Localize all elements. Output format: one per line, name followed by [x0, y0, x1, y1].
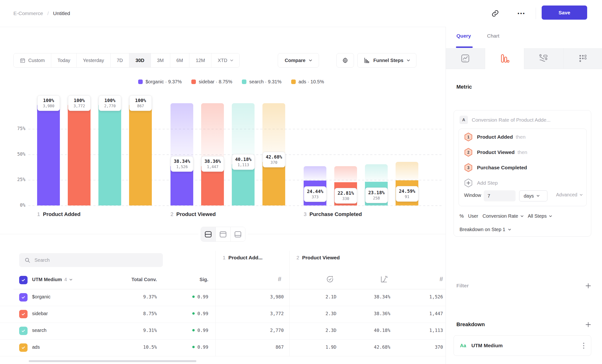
search-input[interactable]	[19, 253, 163, 267]
svg-text:1: 1	[467, 135, 470, 139]
row-step2-conversion: 38.36%	[350, 311, 390, 316]
measure-scope-dropdown[interactable]: All Steps	[528, 213, 552, 219]
bar-value-label: 100%2,770	[99, 95, 121, 111]
count-column-icon[interactable]: #	[429, 275, 443, 283]
row-step2-count: 370	[405, 344, 443, 350]
step-axis-label-3: 3Purchase Completed	[304, 211, 362, 217]
breadcrumb-section[interactable]: E-Commerce	[13, 11, 43, 16]
sig-dot-icon	[192, 346, 195, 348]
chart-kind-flow-tab[interactable]	[524, 48, 563, 69]
metric-title-row[interactable]: A Conversion Rate of Product Adde...	[460, 116, 584, 124]
row-checkbox[interactable]	[19, 343, 28, 352]
measure-entity[interactable]: User	[468, 213, 478, 219]
row-step1-count: 867	[242, 344, 284, 350]
total-conv-column-header[interactable]: Total Conv.	[109, 277, 157, 282]
row-step2-count: 1,447	[405, 311, 443, 316]
layout-table-only-button[interactable]	[230, 227, 245, 241]
table-row-ads[interactable]: ads 10.5% 0.99 867 1.9D 42.68% 370	[0, 339, 446, 356]
row-checkbox[interactable]	[19, 327, 28, 335]
chart-kind-funnel-tab[interactable]	[485, 48, 524, 69]
funnel-bar-organic-step1[interactable]	[37, 103, 60, 205]
bar-value-label: 42.68%370	[263, 152, 285, 167]
link-icon	[491, 10, 499, 17]
plus-icon	[585, 283, 591, 289]
measure-prefix: %	[460, 213, 464, 219]
bar-value-label: 40.18%1,113	[232, 154, 255, 170]
funnel-bar-ads-step2[interactable]	[262, 162, 285, 205]
bar-value-label: 24.44%373	[304, 186, 326, 202]
query-step-3[interactable]: 3 Purchase Completed	[464, 161, 527, 174]
metric-title: Conversion Rate of Product Adde...	[472, 117, 550, 123]
row-step2-avg-time: 2.3D	[301, 328, 336, 333]
breadcrumb-separator: /	[47, 11, 49, 16]
report-canvas: CustomTodayYesterday7D30D3M6M12MXTD Comp…	[0, 27, 446, 364]
bar-value-label: 23.18%258	[365, 188, 388, 203]
chart-kind-tabs	[446, 48, 602, 69]
window-value-input[interactable]: 7	[484, 190, 516, 201]
sig-column-header[interactable]: Sig.	[184, 277, 208, 282]
kebab-menu-icon[interactable]	[582, 341, 586, 350]
breadcrumb-page-title[interactable]: Untitled	[53, 11, 70, 16]
funnel-bar-search-step2[interactable]	[232, 164, 255, 205]
funnel-bar-organic-step2[interactable]	[171, 166, 193, 205]
breakdown-column-header[interactable]: UTM Medium 4	[32, 277, 72, 282]
breakdown-property-label: UTM Medium	[472, 343, 503, 348]
filter-heading: Filter	[456, 283, 469, 289]
share-link-button[interactable]	[490, 8, 500, 19]
table-row-sidebar[interactable]: sidebar 8.75% 0.99 3,772 2.3D 38.36% 1,4…	[0, 306, 446, 323]
more-options-button[interactable]: •••	[514, 8, 529, 19]
bar-value-label: 38.34%1,526	[171, 156, 193, 172]
topbar: E-Commerce / Untitled ••• Save	[0, 0, 602, 27]
conversion-column-icon[interactable]: %	[380, 275, 388, 283]
chart-kind-trend-tab[interactable]	[446, 48, 485, 69]
chart-kind-segments-tab[interactable]	[563, 48, 602, 69]
breakdown-heading: Breakdown	[456, 321, 485, 328]
table-group-header-step1: 1 Product Add...	[223, 255, 262, 261]
chevron-down-icon	[549, 215, 552, 217]
chevron-down-icon	[537, 195, 539, 197]
tab-query[interactable]: Query	[456, 33, 471, 39]
row-step1-count: 3,772	[242, 311, 284, 316]
breakdown-property-card[interactable]: Aa UTM Medium	[453, 335, 591, 356]
layout-chart-only-button[interactable]	[215, 227, 230, 241]
funnel-bar-ghost	[396, 162, 418, 180]
select-all-checkbox[interactable]	[19, 276, 28, 284]
table-row-organic[interactable]: $organic 9.37% 0.99 3,980 2.1D 38.34% 1,…	[0, 289, 446, 306]
measure-metric-dropdown[interactable]: Conversion Rate	[483, 213, 524, 219]
count-column-icon[interactable]: #	[263, 275, 281, 283]
table-row-search[interactable]: search 9.31% 0.99 2,770 2.3D 40.18% 1,11…	[0, 322, 446, 340]
metric-heading: Metric	[456, 84, 472, 90]
row-checkbox[interactable]	[19, 310, 28, 318]
layout-split-button[interactable]	[201, 227, 215, 241]
row-total-conv: 9.37%	[109, 294, 157, 299]
row-step2-avg-time: 1.9D	[301, 344, 336, 350]
query-step-1[interactable]: 1 Product Added then	[464, 131, 526, 143]
avg-time-column-icon[interactable]	[326, 275, 334, 283]
advanced-toggle[interactable]: Advanced	[556, 192, 583, 198]
tab-chart[interactable]: Chart	[487, 33, 499, 39]
funnel-bar-ads-step1[interactable]	[129, 103, 152, 205]
row-step2-count: 1,526	[405, 294, 443, 299]
add-step-button[interactable]: Add Step	[464, 177, 498, 189]
row-name: sidebar	[32, 311, 48, 316]
query-step-2[interactable]: 2 Product Viewed then	[464, 146, 527, 159]
y-axis-tick: 50%	[7, 151, 25, 157]
row-step2-conversion: 38.34%	[350, 294, 390, 299]
add-breakdown-button[interactable]	[584, 321, 592, 328]
save-button[interactable]: Save	[542, 6, 587, 20]
string-type-icon: Aa	[460, 343, 466, 348]
bar-value-label: 100%867	[129, 95, 152, 111]
dots-grid-icon	[578, 54, 588, 63]
horizontal-scrollbar[interactable]	[29, 360, 196, 362]
add-filter-button[interactable]	[584, 282, 592, 289]
funnel-bar-sidebar-step2[interactable]	[201, 166, 224, 205]
window-unit-select[interactable]: days	[519, 190, 548, 201]
funnel-bar-sidebar-step1[interactable]	[68, 103, 90, 205]
row-checkbox[interactable]	[19, 293, 28, 301]
sig-dot-icon	[192, 312, 195, 315]
breakdown-on-step-dropdown[interactable]: Breakdown on Step 1	[460, 227, 511, 232]
table-header-row: UTM Medium 4 Total Conv. Sig. # % #	[0, 273, 446, 289]
svg-text:2: 2	[467, 150, 470, 154]
funnel-bar-search-step1[interactable]	[98, 103, 121, 205]
line-chart-icon	[461, 54, 470, 63]
